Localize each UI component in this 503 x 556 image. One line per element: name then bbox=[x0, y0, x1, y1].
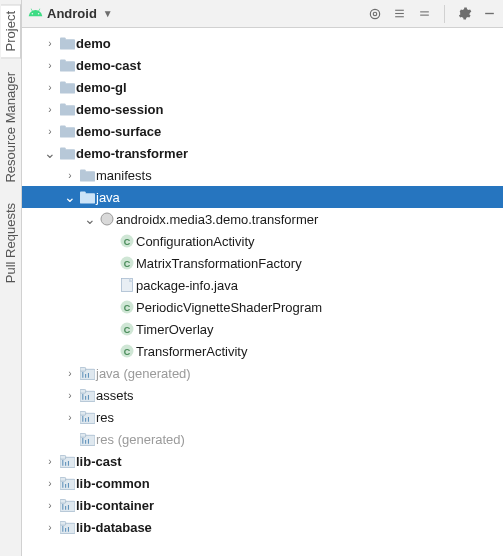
folder-icon bbox=[58, 59, 76, 72]
gear-icon[interactable] bbox=[457, 6, 472, 21]
chevron-right-icon[interactable]: › bbox=[62, 170, 78, 181]
svg-text:C: C bbox=[124, 259, 131, 269]
tree-item-label: manifests bbox=[96, 168, 152, 183]
tree-row[interactable]: ›res (generated) bbox=[22, 428, 503, 450]
side-tab-pull-requests[interactable]: Pull Requests bbox=[1, 197, 20, 289]
tree-row[interactable]: ›java (generated) bbox=[22, 362, 503, 384]
svg-text:C: C bbox=[124, 237, 131, 247]
folder-icon bbox=[58, 37, 76, 50]
module-icon bbox=[78, 411, 96, 424]
tree-item-label: lib-cast bbox=[76, 454, 122, 469]
project-panel: Android ▼ ›demo›demo-cast›demo-gl›demo-s… bbox=[22, 0, 503, 556]
tree-row[interactable]: ›CConfigurationActivity bbox=[22, 230, 503, 252]
tree-row[interactable]: ›demo-session bbox=[22, 98, 503, 120]
tree-item-label: androidx.media3.demo.transformer bbox=[116, 212, 318, 227]
chevron-down-icon[interactable]: ⌄ bbox=[42, 145, 58, 161]
tree-item-label: res bbox=[96, 410, 114, 425]
tree-row[interactable]: ⌄java bbox=[22, 186, 503, 208]
svg-rect-11 bbox=[60, 59, 66, 63]
chevron-right-icon[interactable]: › bbox=[42, 38, 58, 49]
view-selector[interactable]: Android ▼ bbox=[28, 5, 363, 23]
tree-item-label: lib-database bbox=[76, 520, 152, 535]
tree-item-label: java (generated) bbox=[96, 366, 191, 381]
tree-item-label: lib-container bbox=[76, 498, 154, 513]
module-icon bbox=[58, 521, 76, 534]
chevron-right-icon[interactable]: › bbox=[62, 412, 78, 423]
class-icon: C bbox=[118, 300, 136, 314]
tree-row[interactable]: ›demo-surface bbox=[22, 120, 503, 142]
view-title: Android bbox=[47, 6, 97, 21]
svg-rect-58 bbox=[60, 455, 66, 459]
tree-row[interactable]: ›CPeriodicVignetteShaderProgram bbox=[22, 296, 503, 318]
tree-row[interactable]: ›demo-gl bbox=[22, 76, 503, 98]
svg-text:C: C bbox=[124, 325, 131, 335]
chevron-down-icon[interactable]: ⌄ bbox=[82, 211, 98, 227]
header-actions bbox=[367, 5, 497, 23]
tree-row[interactable]: ›demo-cast bbox=[22, 54, 503, 76]
expand-all-icon[interactable] bbox=[392, 6, 407, 21]
tree-row[interactable]: ⌄demo-transformer bbox=[22, 142, 503, 164]
tree-row[interactable]: ›lib-database bbox=[22, 516, 503, 538]
tree-row[interactable]: ›lib-container bbox=[22, 494, 503, 516]
chevron-right-icon[interactable]: › bbox=[42, 82, 58, 93]
tree-row[interactable]: ›assets bbox=[22, 384, 503, 406]
tree-row[interactable]: ›CTransformerActivity bbox=[22, 340, 503, 362]
panel-header: Android ▼ bbox=[22, 0, 503, 28]
module-icon bbox=[58, 477, 76, 490]
separator bbox=[444, 5, 445, 23]
chevron-right-icon[interactable]: › bbox=[62, 368, 78, 379]
side-tab-label: Resource Manager bbox=[3, 72, 18, 183]
module-icon bbox=[78, 433, 96, 446]
svg-rect-38 bbox=[80, 367, 86, 371]
tree-row[interactable]: ›manifests bbox=[22, 164, 503, 186]
tree-row[interactable]: ›CTimerOverlay bbox=[22, 318, 503, 340]
class-icon: C bbox=[118, 234, 136, 248]
svg-rect-21 bbox=[80, 169, 86, 173]
chevron-right-icon[interactable]: › bbox=[42, 456, 58, 467]
chevron-right-icon[interactable]: › bbox=[42, 500, 58, 511]
module-icon bbox=[78, 367, 96, 380]
file-icon bbox=[118, 278, 136, 292]
tree-item-label: TransformerActivity bbox=[136, 344, 247, 359]
tree-row[interactable]: ›res bbox=[22, 406, 503, 428]
svg-rect-53 bbox=[80, 433, 86, 437]
svg-rect-19 bbox=[60, 147, 66, 151]
tree-row[interactable]: ›package-info.java bbox=[22, 274, 503, 296]
hide-icon[interactable] bbox=[482, 6, 497, 21]
module-icon bbox=[78, 389, 96, 402]
tree-item-label: res (generated) bbox=[96, 432, 185, 447]
target-icon[interactable] bbox=[367, 6, 382, 21]
svg-rect-17 bbox=[60, 125, 66, 129]
folder-icon bbox=[58, 147, 76, 160]
tree-row[interactable]: ›lib-common bbox=[22, 472, 503, 494]
tree-item-label: demo-session bbox=[76, 102, 163, 117]
side-tab-project[interactable]: Project bbox=[1, 4, 21, 58]
chevron-right-icon[interactable]: › bbox=[62, 390, 78, 401]
tree-row[interactable]: ⌄androidx.media3.demo.transformer bbox=[22, 208, 503, 230]
chevron-right-icon[interactable]: › bbox=[42, 522, 58, 533]
tree-item-label: demo bbox=[76, 36, 111, 51]
tree-item-label: package-info.java bbox=[136, 278, 238, 293]
collapse-all-icon[interactable] bbox=[417, 6, 432, 21]
project-tree[interactable]: ›demo›demo-cast›demo-gl›demo-session›dem… bbox=[22, 28, 503, 556]
svg-rect-15 bbox=[60, 103, 66, 107]
tree-row[interactable]: ›lib-cast bbox=[22, 450, 503, 472]
side-tab-label: Pull Requests bbox=[3, 203, 18, 283]
chevron-right-icon[interactable]: › bbox=[42, 104, 58, 115]
svg-rect-23 bbox=[80, 191, 86, 195]
tree-item-label: assets bbox=[96, 388, 134, 403]
tree-row[interactable]: ›demo bbox=[22, 32, 503, 54]
chevron-right-icon[interactable]: › bbox=[42, 60, 58, 71]
class-icon: C bbox=[118, 344, 136, 358]
folder-icon bbox=[78, 169, 96, 182]
chevron-down-icon[interactable]: ⌄ bbox=[62, 189, 78, 205]
side-tab-resource-manager[interactable]: Resource Manager bbox=[1, 66, 20, 189]
class-icon: C bbox=[118, 322, 136, 336]
svg-point-0 bbox=[370, 9, 379, 18]
chevron-right-icon[interactable]: › bbox=[42, 478, 58, 489]
chevron-right-icon[interactable]: › bbox=[42, 126, 58, 137]
tree-item-label: demo-surface bbox=[76, 124, 161, 139]
tree-row[interactable]: ›CMatrixTransformationFactory bbox=[22, 252, 503, 274]
svg-rect-63 bbox=[60, 477, 66, 481]
svg-rect-68 bbox=[60, 499, 66, 503]
